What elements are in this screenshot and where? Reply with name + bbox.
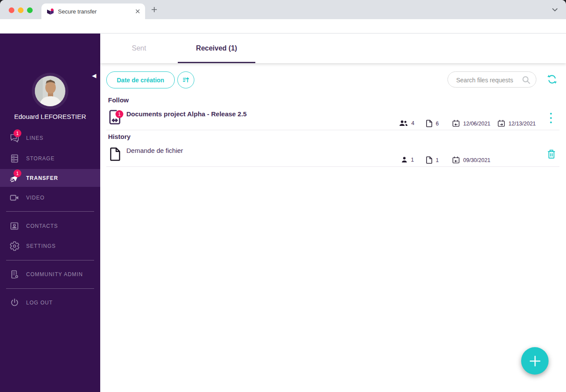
active-tab-indicator: [178, 62, 255, 63]
favicon: [47, 8, 54, 15]
file-icon: [426, 156, 432, 164]
date-meta: 09/30/2021: [452, 156, 491, 164]
transfer-icon: 1: [8, 173, 21, 183]
video-camera-icon: [8, 193, 21, 203]
sidebar-item-community-admin[interactable]: COMMUNITY ADMIN: [0, 266, 100, 283]
refresh-icon[interactable]: [546, 74, 558, 85]
new-transfer-fab-button[interactable]: [521, 347, 549, 375]
tab-list-chevron-icon[interactable]: [552, 7, 558, 13]
section-title-history: History: [108, 133, 131, 140]
tab-received[interactable]: Received (1): [178, 34, 255, 63]
start-date-meta: 12/06/2021: [452, 120, 491, 127]
tab-sent[interactable]: Sent: [100, 34, 178, 63]
sidebar-item-transfer[interactable]: 1 TRANSFER: [0, 169, 100, 187]
sidebar-divider: [6, 211, 94, 212]
follow-transfer-row[interactable]: 1 Documents project Alpha - Release 2.5 …: [106, 107, 559, 130]
tab-close-icon[interactable]: [136, 9, 140, 14]
power-icon: [8, 297, 21, 308]
search-icon[interactable]: [522, 75, 531, 84]
files-meta: 6: [426, 120, 439, 127]
end-date-meta: 12/13/2021: [498, 120, 536, 127]
sidebar-divider: [6, 288, 94, 289]
user-name: Edouard LEFORESTIER: [0, 113, 100, 120]
gear-icon: [8, 241, 21, 251]
sidebar-item-settings[interactable]: SETTINGS: [0, 238, 100, 254]
transfer-title: Documents project Alpha - Release 2.5: [126, 110, 247, 118]
person-icon: [401, 156, 407, 163]
sidebar-item-video[interactable]: VIDEO: [0, 189, 100, 206]
sidebar: ◀ Edouard LEFORESTIER: [0, 34, 100, 392]
transfer-title: Demande de fichier: [126, 147, 183, 154]
history-transfer-row[interactable]: Demande de fichier 1 1 09/30/2021: [106, 144, 559, 167]
calendar-end-icon: [498, 120, 505, 127]
chat-icon: 1: [8, 133, 21, 143]
tab-title: Secure transfer: [58, 8, 132, 15]
recipients-meta: 1: [401, 156, 414, 163]
plus-icon: [529, 355, 542, 368]
sidebar-item-storage[interactable]: STORAGE: [0, 150, 100, 167]
row-menu-kebab-icon[interactable]: [547, 111, 555, 125]
lines-badge: 1: [14, 129, 21, 137]
file-request-icon: [110, 147, 121, 161]
user-avatar[interactable]: [32, 73, 68, 109]
transfer-tabs-bar: Sent Received (1): [100, 34, 566, 63]
storage-icon: [8, 153, 21, 164]
calendar-start-icon: [452, 120, 460, 127]
contacts-card-icon: [8, 221, 21, 231]
calendar-start-icon: [452, 156, 460, 164]
new-tab-button[interactable]: [151, 7, 157, 13]
sidebar-item-lines[interactable]: 1 LINES: [0, 130, 100, 146]
browser-toolbar: shadline.com/app/transfer: [0, 19, 566, 34]
browser-window: Secure transfer: [0, 0, 566, 392]
file-icon: [426, 120, 432, 127]
recipients-meta: 4: [399, 120, 414, 126]
browser-tabstrip: Secure transfer: [0, 0, 566, 19]
sort-order-button[interactable]: [177, 71, 194, 88]
row-unread-badge: 1: [115, 110, 123, 118]
building-gear-icon: [8, 269, 21, 280]
sidebar-divider: [6, 260, 94, 260]
search-input[interactable]: [455, 72, 520, 88]
people-icon: [399, 120, 408, 126]
section-title-follow: Follow: [108, 96, 129, 104]
sort-ascending-icon: [181, 75, 190, 84]
zoom-window-button[interactable]: [27, 7, 33, 13]
sidebar-item-contacts[interactable]: CONTACTS: [0, 218, 100, 234]
files-meta: 1: [426, 156, 439, 164]
user-avatar-photo: [35, 76, 65, 106]
transfer-badge: 1: [14, 169, 21, 177]
sort-by-creation-date-button[interactable]: Date de création: [106, 71, 175, 88]
sidebar-collapse-icon[interactable]: ◀: [92, 73, 96, 78]
browser-tab[interactable]: Secure transfer: [41, 3, 145, 19]
close-window-button[interactable]: [9, 7, 14, 13]
minimize-window-button[interactable]: [18, 7, 24, 13]
search-box: [447, 71, 536, 88]
delete-trash-icon[interactable]: [547, 149, 556, 159]
sidebar-item-logout[interactable]: LOG OUT: [0, 294, 100, 311]
